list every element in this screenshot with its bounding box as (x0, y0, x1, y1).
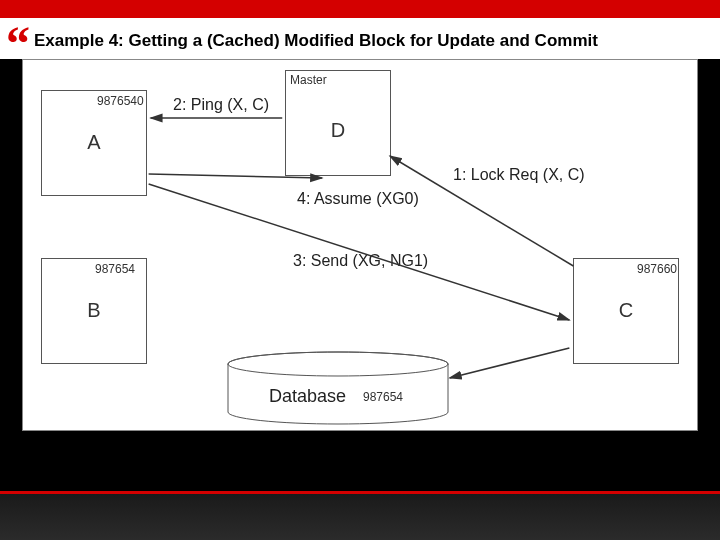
database-label: Database (269, 386, 346, 407)
node-a-scn: 9876540 (97, 94, 144, 108)
quote-decoration: “ (6, 30, 30, 59)
content-area: A 9876540 B 987654 Master D C 987660 Dat… (0, 59, 720, 431)
node-b-scn: 987654 (95, 262, 135, 276)
msg-2-label: 2: Ping (X, C) (173, 96, 269, 114)
top-red-bar (0, 0, 720, 18)
bottom-bar (0, 491, 720, 540)
node-d-label: D (331, 87, 345, 175)
node-a-label: A (87, 131, 100, 154)
slide-title: Example 4: Getting a (Cached) Modified B… (34, 31, 598, 51)
node-d: Master D (285, 70, 391, 176)
node-c-label: C (619, 299, 633, 322)
title-strip: “ Example 4: Getting a (Cached) Modified… (0, 18, 720, 59)
database-scn: 987654 (363, 390, 403, 404)
node-d-role: Master (290, 73, 327, 87)
svg-line-6 (450, 348, 570, 378)
msg-4-label: 4: Assume (XG0) (297, 190, 419, 208)
diagram-canvas: A 9876540 B 987654 Master D C 987660 Dat… (22, 59, 698, 431)
node-c-scn: 987660 (637, 262, 677, 276)
node-b-label: B (87, 299, 100, 322)
msg-3-label: 3: Send (XG, NG1) (293, 252, 428, 270)
msg-1-label: 1: Lock Req (X, C) (453, 166, 585, 184)
